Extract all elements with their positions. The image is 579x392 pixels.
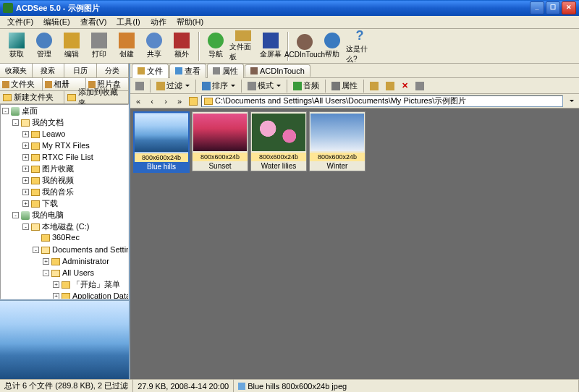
addr-left-end[interactable]: «	[132, 95, 144, 107]
addr-fwd[interactable]: ›	[160, 95, 172, 107]
menu-v[interactable]: 查看(V)	[76, 16, 111, 28]
thumb-sunset[interactable]: 800x600x24bSunset	[192, 111, 248, 171]
tree-node[interactable]: - All Users	[43, 268, 94, 278]
thumb-name: Water lilies	[251, 161, 306, 171]
address-input[interactable]: C:\Documents and Settings\All Users\Docu…	[201, 95, 563, 107]
tb-create[interactable]: 创建	[113, 30, 140, 62]
maximize-button[interactable]: ☐	[546, 1, 560, 14]
left-action-0[interactable]: 新建文件夹	[0, 91, 64, 103]
tool-icon-2[interactable]	[383, 80, 397, 93]
tool-icon-1[interactable]	[367, 80, 381, 93]
menu-h[interactable]: 帮助(H)	[172, 16, 208, 28]
acquire-icon	[9, 33, 25, 48]
manage-icon	[36, 33, 52, 48]
thumb-name: Sunset	[193, 161, 248, 171]
left-pane: 收藏夹搜索日历分类 文件夹相册照片盘 新建文件夹添加到收藏夹 - 桌面- 我的文…	[0, 64, 130, 379]
tb-share[interactable]: 共享	[140, 30, 168, 62]
thumb-image	[135, 114, 188, 152]
close-button[interactable]: ✕	[562, 1, 576, 14]
content-area: 收藏夹搜索日历分类 文件夹相册照片盘 新建文件夹添加到收藏夹 - 桌面- 我的文…	[0, 64, 579, 379]
tree-node[interactable]: + 「开始」菜单	[53, 279, 120, 290]
menu-i[interactable]: 工具(I)	[112, 16, 144, 28]
tb-edit[interactable]: 编辑	[58, 30, 85, 62]
tb-panel[interactable]: 文件面板	[229, 30, 257, 62]
tree-node[interactable]: - 本地磁盘 (C:)	[22, 221, 89, 232]
thumb-winter[interactable]: 800x600x24bWinter	[309, 111, 365, 171]
menubar: 文件(F)编辑(E)查看(V)工具(I)动作帮助(H)	[0, 16, 579, 29]
minimize-button[interactable]: _	[530, 1, 544, 14]
share-icon	[146, 33, 162, 48]
tree-node[interactable]: - Documents and Settings	[33, 244, 129, 255]
right-tab-3[interactable]: ACDInTouch	[245, 64, 310, 77]
left-tab-1[interactable]: 搜索	[33, 64, 65, 77]
right-tab-0[interactable]: 文件	[132, 64, 169, 78]
left-tab-3[interactable]: 分类	[97, 64, 130, 77]
thumb-name: Winter	[310, 161, 365, 171]
folder-tree[interactable]: - 桌面- 我的文档+ Leawo+ My RTX Files+ RTXC Fi…	[0, 104, 129, 299]
thumb-image	[193, 114, 247, 151]
tb-help[interactable]: 帮助	[318, 30, 346, 62]
right-tabs: 文件查看属性ACDInTouch	[130, 64, 579, 78]
tree-node[interactable]: 360Rec	[33, 232, 80, 243]
addr-up[interactable]	[187, 95, 199, 107]
tree-node[interactable]: + Application Data	[53, 291, 129, 299]
filter-button[interactable]: 过滤	[153, 80, 193, 93]
intouch-icon	[297, 34, 313, 50]
window-title: ACDSee 5.0 - 示例图片	[16, 3, 530, 14]
titlebar: ACDSee 5.0 - 示例图片 _ ☐ ✕	[0, 0, 579, 16]
sort-button[interactable]: 排序	[199, 80, 238, 93]
left-subtab-0[interactable]: 文件夹	[0, 78, 43, 90]
menu-[interactable]: 动作	[146, 16, 171, 28]
thumbnail-area[interactable]: 800x600x24bBlue hills800x600x24bSunset80…	[130, 108, 579, 379]
status-count: 总计 6 个文件 (289.8 KB), 2 已过滤	[0, 380, 133, 392]
tree-node[interactable]: - 桌面	[2, 106, 38, 116]
tree-node[interactable]: + RTXC File List	[22, 152, 93, 163]
tb-extras[interactable]: 额外	[168, 30, 195, 62]
tb-manage[interactable]: 管理	[30, 30, 58, 62]
fullscreen-icon	[263, 33, 279, 48]
tree-node[interactable]: + 我的音乐	[22, 187, 74, 197]
left-tab-0[interactable]: 收藏夹	[0, 64, 33, 77]
tb-nav[interactable]: 导航	[202, 30, 229, 62]
thumb-blue-hills[interactable]: 800x600x24bBlue hills	[133, 111, 190, 173]
menu-e[interactable]: 编辑(E)	[39, 16, 75, 28]
thumb-image	[252, 114, 305, 151]
tb-print[interactable]: 打印	[85, 30, 113, 62]
addr-right-end[interactable]: »	[174, 95, 185, 107]
status-filename: Blue hills 800x600x24b jpeg	[234, 380, 579, 392]
tree-node[interactable]: - 我的电脑	[12, 210, 64, 221]
print-icon[interactable]	[132, 80, 147, 93]
tb-intouch[interactable]: ACDInTouch	[291, 30, 318, 62]
menu-f[interactable]: 文件(F)	[3, 16, 38, 28]
tree-node[interactable]: + 图片收藏	[22, 163, 74, 174]
tool-icon-3[interactable]: ✕	[399, 80, 411, 93]
tree-node[interactable]: + Leawo	[22, 129, 65, 140]
tree-node[interactable]: - 我的文档	[12, 117, 64, 128]
tree-node[interactable]: + My RTX Files	[22, 140, 90, 151]
mode-button[interactable]: 模式	[245, 80, 284, 93]
preview-image[interactable]	[0, 301, 129, 379]
addr-back[interactable]: ‹	[146, 95, 158, 107]
left-top-tabs: 收藏夹搜索日历分类	[0, 64, 129, 78]
tb-fullscreen[interactable]: 全屏幕	[257, 30, 284, 62]
left-tab-2[interactable]: 日历	[64, 64, 97, 77]
right-tab-1[interactable]: 查看	[169, 64, 206, 78]
tree-node[interactable]: + 下载	[22, 198, 58, 209]
right-tab-2[interactable]: 属性	[207, 64, 244, 78]
thumb-dimensions: 800x600x24b	[135, 153, 188, 162]
nav-icon	[208, 33, 224, 48]
create-icon	[119, 33, 135, 48]
tb-whatsthis[interactable]: ?这是什么?	[346, 30, 373, 62]
thumb-dimensions: 800x600x24b	[251, 153, 306, 161]
tree-node[interactable]: + 我的视频	[22, 175, 74, 186]
tree-node[interactable]: + Administrator	[43, 256, 109, 267]
props-button[interactable]: 属性	[329, 80, 360, 93]
audio-button[interactable]: 音频	[290, 80, 322, 93]
edit-icon	[64, 33, 80, 48]
tool-icon-4[interactable]	[413, 80, 427, 93]
left-action-1[interactable]: 添加到收藏夹	[64, 91, 129, 103]
preview-pane	[0, 299, 129, 379]
addr-dropdown[interactable]	[565, 95, 577, 107]
thumb-water-lilies[interactable]: 800x600x24bWater lilies	[250, 111, 307, 171]
tb-acquire[interactable]: 获取	[3, 30, 30, 62]
